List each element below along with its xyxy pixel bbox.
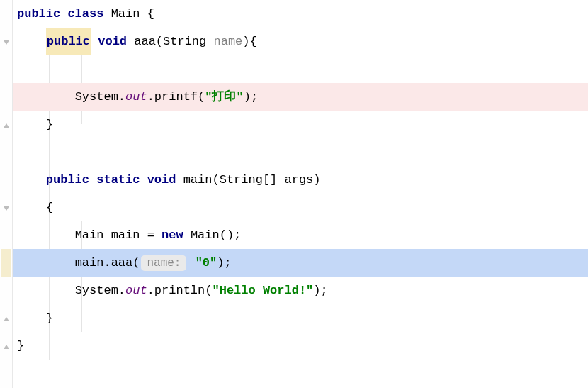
brace: } — [46, 118, 53, 131]
keyword: new — [162, 228, 183, 242]
static-field: out — [125, 284, 147, 297]
brace: } — [46, 311, 53, 325]
keyword: static — [96, 173, 140, 187]
method-name: aaa — [134, 35, 156, 48]
code-line[interactable]: public void aaa(String name){ — [13, 28, 588, 55]
fold-marker-icon[interactable] — [2, 343, 11, 351]
keyword: class — [67, 7, 103, 21]
type: String — [163, 35, 206, 48]
code-editor[interactable]: public class Main { public void aaa(Stri… — [13, 0, 588, 360]
editor-gutter — [0, 0, 13, 388]
string-literal: "0" — [196, 256, 217, 270]
string-literal: "Hello World!" — [212, 284, 313, 297]
code-line[interactable]: System.out.println("Hello World!"); — [13, 277, 588, 304]
fold-marker-icon[interactable] — [2, 315, 11, 323]
code-line[interactable]: public static void main(String[] args) — [13, 166, 588, 194]
warning-highlight: public — [46, 28, 91, 55]
fold-marker-icon[interactable] — [2, 121, 11, 130]
param-unused: name — [213, 35, 242, 48]
caret-gutter-highlight — [1, 249, 11, 277]
code-line[interactable]: public class Main { — [13, 0, 588, 28]
code-line[interactable] — [13, 55, 588, 83]
static-field: out — [125, 90, 147, 104]
method-name: main — [183, 173, 213, 187]
keyword: public — [17, 7, 60, 21]
string-literal: "打印" — [205, 90, 243, 104]
code-line[interactable]: Main main = new Main(); — [13, 221, 588, 249]
fold-marker-icon[interactable] — [2, 38, 11, 47]
code-line[interactable] — [13, 138, 588, 166]
fold-marker-icon[interactable] — [2, 204, 11, 213]
code-line-caret[interactable]: main.aaa(name: "0"); — [13, 249, 588, 277]
code-line[interactable]: } — [13, 332, 588, 360]
code-line[interactable]: System.out.printf("打印"); — [13, 83, 588, 111]
code-line[interactable]: } — [13, 304, 588, 332]
brace: { — [46, 201, 53, 214]
keyword: void — [147, 173, 176, 187]
brace: } — [17, 339, 24, 353]
brace: { — [147, 7, 154, 21]
class-name: Main — [111, 7, 140, 21]
parameter-hint: name: — [141, 255, 186, 271]
keyword: void — [98, 35, 127, 48]
code-line[interactable]: } — [13, 111, 588, 138]
keyword: public — [47, 35, 90, 48]
code-line[interactable]: { — [13, 194, 588, 221]
keyword: public — [46, 173, 89, 187]
